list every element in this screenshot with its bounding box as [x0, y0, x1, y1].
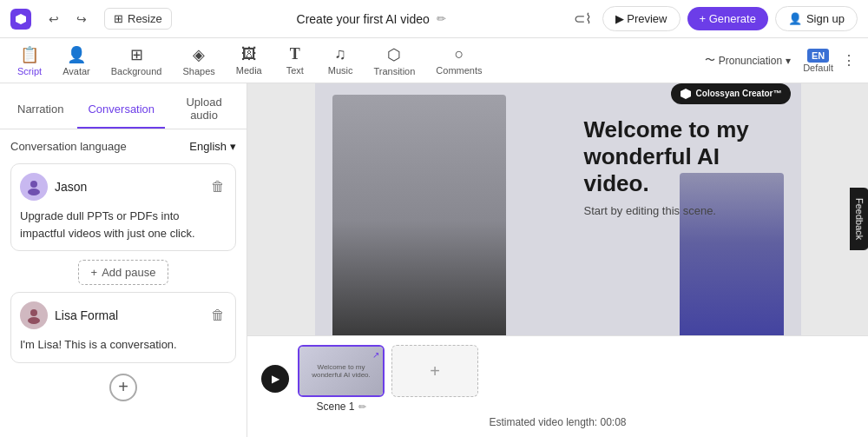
generate-button[interactable]: + Generate [687, 7, 768, 30]
toolbar: 📋 Script 👤 Avatar ⊞ Background ◈ Shapes … [0, 38, 868, 83]
canvas-subtitle: Start by editing this scene. [584, 204, 775, 217]
tool-background-label: Background [111, 66, 162, 76]
delete-lisa-button[interactable]: 🗑 [209, 306, 227, 325]
topbar: ↩ ↪ ⊞ Resize Create your first AI video … [0, 0, 868, 38]
project-title: Create your first AI video [297, 12, 430, 26]
jason-avatar [20, 173, 48, 201]
svg-point-3 [30, 309, 37, 316]
toolbar-menu-icon[interactable]: ⋮ [837, 49, 861, 73]
scene-1-col: Welcome to my wonderful AI video. ↗ Scen… [298, 345, 385, 413]
add-pause-label: Add pause [102, 266, 155, 279]
tool-shapes-label: Shapes [182, 66, 214, 76]
scene-label-row: Scene 1 ✏ [298, 401, 385, 413]
plus-icon: + [91, 266, 98, 279]
left-panel: Narration Conversation Upload audio Conv… [0, 83, 247, 437]
shapes-icon: ◈ [193, 45, 205, 64]
tool-media-label: Media [236, 65, 262, 76]
tab-upload-audio[interactable]: Upload audio [168, 90, 240, 129]
text-icon: T [290, 45, 300, 63]
speaker-card-lisa: Lisa Formal 🗑 I'm Lisa! This is a conver… [10, 292, 236, 363]
app-logo [10, 9, 31, 30]
canvas-wrapper: Welcome to my wonderful AI video. Start … [247, 83, 868, 335]
canvas-area: Welcome to my wonderful AI video. Start … [247, 83, 868, 437]
pronunciation-button[interactable]: 〜 Pronunciation ▾ [696, 48, 799, 73]
resize-icon: ⊞ [114, 12, 123, 25]
scene-1-thumbnail[interactable]: Welcome to my wonderful AI video. ↗ [298, 345, 385, 397]
delete-jason-button[interactable]: 🗑 [209, 177, 227, 196]
svg-point-2 [28, 189, 40, 195]
tab-narration[interactable]: Narration [7, 90, 74, 129]
redo-button[interactable]: ↪ [69, 7, 94, 31]
tool-script-label: Script [17, 66, 42, 76]
play-icon: ▶ [272, 373, 279, 385]
signup-button[interactable]: 👤 Sign up [775, 6, 858, 31]
svg-marker-5 [681, 89, 691, 99]
tab-conversation[interactable]: Conversation [77, 90, 165, 129]
lang-select[interactable]: English ▾ [189, 140, 236, 153]
signup-label: Sign up [806, 12, 845, 25]
lisa-avatar [20, 301, 48, 329]
music-icon: ♫ [334, 45, 346, 63]
video-canvas[interactable]: Welcome to my wonderful AI video. Start … [315, 83, 801, 335]
panel-tabs: Narration Conversation Upload audio [0, 83, 247, 129]
tool-avatar[interactable]: 👤 Avatar [52, 40, 101, 82]
play-button[interactable]: ▶ [261, 365, 289, 393]
media-icon: 🖼 [241, 45, 257, 63]
topbar-center: Create your first AI video ✏ [179, 12, 564, 26]
tool-text[interactable]: T Text [273, 40, 318, 81]
preview-button[interactable]: ▶ Preview [602, 6, 681, 31]
svg-marker-0 [16, 14, 26, 24]
chevron-down-icon: ▾ [786, 55, 791, 67]
topbar-actions: ↩ ↪ [42, 7, 94, 31]
add-pause-button[interactable]: + Add pause [78, 260, 169, 285]
feedback-label: Feedback [854, 197, 865, 239]
main-layout: Narration Conversation Upload audio Conv… [0, 83, 868, 437]
tool-script[interactable]: 📋 Script [7, 40, 52, 82]
script-icon: 📋 [20, 45, 39, 64]
transition-icon: ⬡ [387, 45, 401, 64]
feedback-tab[interactable]: Feedback [850, 187, 868, 249]
scene-arrow-icon: ↗ [372, 350, 379, 360]
estimated-video-length: Estimated video length: 00:08 [261, 416, 854, 428]
add-speaker-button[interactable]: + [109, 374, 137, 401]
tool-media[interactable]: 🖼 Media [226, 40, 273, 81]
lang-code-badge: EN [807, 49, 829, 63]
lang-indicator: EN Default [803, 49, 833, 73]
svg-point-1 [30, 181, 37, 188]
undo-button[interactable]: ↩ [42, 7, 66, 31]
tool-music[interactable]: ♫ Music [318, 40, 364, 81]
avatar-icon-small: 👤 [788, 12, 802, 25]
tool-background[interactable]: ⊞ Background [101, 40, 173, 82]
lang-label: Conversation language [10, 140, 127, 153]
scene-edit-icon[interactable]: ✏ [358, 401, 366, 413]
speaker-header-jason: Jason 🗑 [20, 173, 227, 201]
share-icon[interactable]: ⊂⌇ [571, 7, 595, 31]
resize-label: Resize [128, 12, 162, 25]
jason-text[interactable]: Upgrade dull PPTs or PDFs into impactful… [20, 208, 227, 242]
tool-music-label: Music [328, 65, 353, 76]
lang-default-label: Default [803, 63, 833, 73]
panel-content: Conversation language English ▾ Jason 🗑 … [0, 129, 247, 437]
edit-title-icon[interactable]: ✏ [437, 12, 446, 25]
tool-shapes[interactable]: ◈ Shapes [172, 40, 225, 82]
canvas-logo-text: Colossyan Creator™ [696, 89, 782, 98]
add-scene-button[interactable]: + [391, 345, 478, 397]
tool-text-label: Text [286, 65, 304, 76]
canvas-logo: Colossyan Creator™ [671, 83, 791, 104]
tool-transition[interactable]: ⬡ Transition [363, 40, 425, 82]
svg-point-4 [28, 317, 40, 324]
scenes-row: Welcome to my wonderful AI video. ↗ Scen… [298, 345, 854, 413]
main-avatar-figure [332, 95, 506, 336]
jason-name: Jason [55, 180, 202, 194]
resize-button[interactable]: ⊞ Resize [104, 8, 172, 30]
background-icon: ⊞ [130, 45, 143, 64]
tool-transition-label: Transition [373, 66, 415, 76]
pronunciation-label: Pronunciation [719, 55, 782, 67]
lang-chevron-icon: ▾ [230, 140, 236, 153]
lisa-text[interactable]: I'm Lisa! This is a conversation. [20, 336, 227, 354]
tool-comments-label: Comments [436, 65, 482, 76]
topbar-right: ⊂⌇ ▶ Preview + Generate 👤 Sign up [571, 6, 858, 31]
speaker-header-lisa: Lisa Formal 🗑 [20, 301, 227, 329]
tool-comments[interactable]: ○ Comments [425, 40, 492, 81]
timeline: ▶ Welcome to my wonderful AI video. ↗ Sc… [247, 335, 868, 437]
